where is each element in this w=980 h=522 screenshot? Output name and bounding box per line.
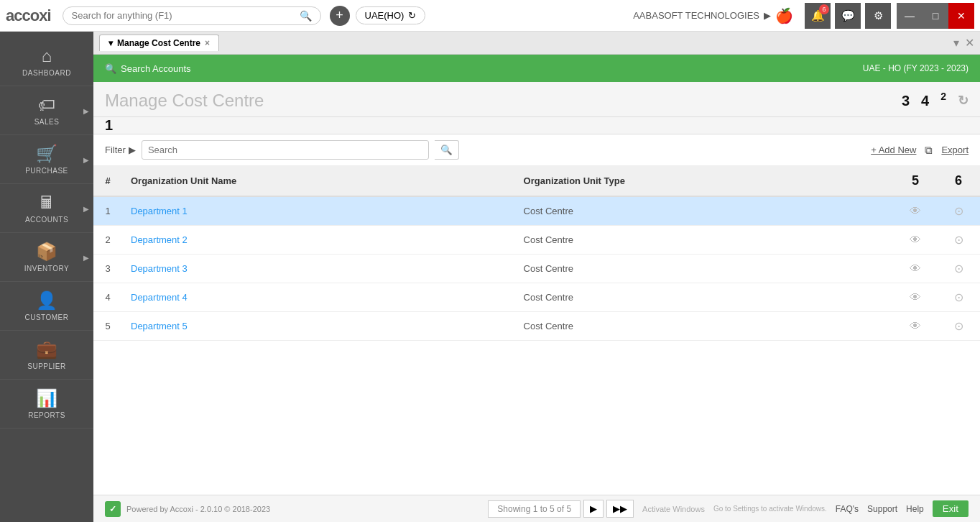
sidebar-item-inventory[interactable]: 📦 INVENTORY ▶ <box>0 233 93 282</box>
row-view-action[interactable]: 👁 <box>894 283 937 312</box>
row-more-action[interactable]: ⊙ <box>937 226 980 255</box>
app-logo: accoxi <box>6 6 51 25</box>
table-row[interactable]: 5 Department 5 Cost Centre 👁 ⊙ <box>93 312 980 341</box>
sidebar-item-accounts[interactable]: 🖩 ACCOUNTS ▶ <box>0 184 93 233</box>
footer-right: Showing 1 to 5 of 5 ▶ ▶▶ Activate Window… <box>488 500 969 518</box>
row-more-action[interactable]: ⊙ <box>937 255 980 283</box>
close-button[interactable]: ✕ <box>948 3 974 29</box>
table-row[interactable]: 3 Department 3 Cost Centre 👁 ⊙ <box>93 255 980 283</box>
sales-icon: 🏷 <box>38 95 55 115</box>
sidebar-label-accounts: ACCOUNTS <box>25 216 68 224</box>
row-more-action[interactable]: ⊙ <box>937 196 980 226</box>
add-button[interactable]: + <box>330 6 350 26</box>
row-more-action[interactable]: ⊙ <box>937 312 980 341</box>
tab-close-icon[interactable]: × <box>205 38 210 48</box>
company-name: AABASOFT TECHNOLOGIES ▶ 🍎 <box>633 7 793 24</box>
row-view-action[interactable]: 👁 <box>894 226 937 255</box>
row-org-name[interactable]: Department 2 <box>122 226 515 255</box>
row-view-action[interactable]: 👁 <box>894 312 937 341</box>
row-view-action[interactable]: 👁 <box>894 196 937 226</box>
purchase-icon: 🛒 <box>36 144 57 164</box>
footer-powered-by: Powered by Accoxi - 2.0.10 © 2018-2023 <box>126 505 270 513</box>
annotation-2: 2 <box>940 91 946 102</box>
faq-link[interactable]: FAQ's <box>836 504 859 514</box>
search-input[interactable] <box>72 10 300 21</box>
export-button[interactable]: Export <box>941 145 969 155</box>
export-label: Export <box>941 145 969 155</box>
row-more-action[interactable]: ⊙ <box>937 283 980 312</box>
pagination-next-button[interactable]: ▶ <box>583 500 604 518</box>
row-number: 3 <box>93 255 122 283</box>
chevron-right-icon: ▶ <box>83 155 89 163</box>
filter-button[interactable]: Filter ▶ <box>105 145 136 155</box>
branch-selector[interactable]: UAE(HO) ↻ <box>356 6 426 24</box>
sidebar-item-supplier[interactable]: 💼 SUPPLIER <box>0 331 93 380</box>
row-org-name[interactable]: Department 4 <box>122 283 515 312</box>
sidebar-label-customer: CUSTOMER <box>24 313 68 321</box>
accounts-icon: 🖩 <box>38 193 55 213</box>
sidebar-label-dashboard: DASHBOARD <box>22 69 71 77</box>
tab-manage-cost-centre[interactable]: ▾ Manage Cost Centre × <box>99 35 219 51</box>
annotation-3: 3 <box>902 93 910 109</box>
sidebar: ⌂ DASHBOARD 🏷 SALES ▶ 🛒 PURCHASE ▶ 🖩 ACC… <box>0 32 93 522</box>
pagination-last-button[interactable]: ▶▶ <box>606 500 634 518</box>
refresh-icon[interactable]: ↻ <box>408 10 416 21</box>
table-header-row: # Organization Unit Name Organization Un… <box>93 166 980 196</box>
chevron-right-icon: ▶ <box>83 106 89 114</box>
minimize-button[interactable]: — <box>897 3 923 29</box>
sidebar-label-sales: SALES <box>34 118 60 126</box>
col-hash-header: # <box>93 166 122 196</box>
table-row[interactable]: 2 Department 2 Cost Centre 👁 ⊙ <box>93 226 980 255</box>
settings-button[interactable]: ⚙ <box>865 3 891 29</box>
chevron-right-icon: ▶ <box>83 253 89 261</box>
tab-expand-icon[interactable]: ▾ <box>953 36 959 50</box>
maximize-button[interactable]: □ <box>923 3 948 29</box>
customer-icon: 👤 <box>36 290 57 311</box>
search-accounts-label: Search Accounts <box>121 63 191 74</box>
row-view-action[interactable]: 👁 <box>894 255 937 283</box>
col-org-type-header[interactable]: Organization Unit Type <box>515 166 894 196</box>
exit-button[interactable]: Exit <box>933 500 969 517</box>
row-org-name[interactable]: Department 5 <box>122 312 515 341</box>
table-row[interactable]: 1 Department 1 Cost Centre 👁 ⊙ <box>93 196 980 226</box>
sidebar-item-customer[interactable]: 👤 CUSTOMER <box>0 282 93 331</box>
sidebar-label-supplier: SUPPLIER <box>27 362 65 370</box>
top-icons: 🔔 6 💬 ⚙ <box>805 3 891 29</box>
chevron-right-icon: ▶ <box>83 204 89 212</box>
sidebar-item-purchase[interactable]: 🛒 PURCHASE ▶ <box>0 135 93 184</box>
search-icon: 🔍 <box>300 10 312 22</box>
help-link[interactable]: Help <box>906 504 924 514</box>
search-accounts-icon: 🔍 <box>105 63 116 74</box>
sidebar-label-inventory: INVENTORY <box>24 265 69 273</box>
row-org-type: Cost Centre <box>515 255 894 283</box>
row-number: 2 <box>93 226 122 255</box>
add-new-button[interactable]: + Add New <box>871 145 916 155</box>
page-header-numbers: 3 4 2 ↻ <box>902 93 969 109</box>
table-search-button[interactable]: 🔍 <box>435 140 459 160</box>
global-search-bar[interactable]: 🔍 <box>63 6 321 25</box>
table-search-input[interactable] <box>142 140 429 160</box>
notification-button[interactable]: 🔔 6 <box>805 3 831 29</box>
row-org-name[interactable]: Department 3 <box>122 255 515 283</box>
open-button[interactable]: ⧉ <box>925 144 933 157</box>
support-link[interactable]: Support <box>867 504 897 514</box>
message-button[interactable]: 💬 <box>835 3 861 29</box>
sidebar-item-dashboard[interactable]: ⌂ DASHBOARD <box>0 37 93 86</box>
footer-logo: ✓ <box>105 501 121 517</box>
tab-bar: ▾ Manage Cost Centre × ▾ ✕ <box>93 32 980 55</box>
search-accounts-button[interactable]: 🔍 Search Accounts <box>105 63 191 74</box>
watermark-text: Activate Windows <box>642 505 705 513</box>
table-row[interactable]: 4 Department 4 Cost Centre 👁 ⊙ <box>93 283 980 312</box>
annotation-5: 5 <box>912 173 919 188</box>
inventory-icon: 📦 <box>36 242 57 262</box>
tab-close-all-icon[interactable]: ✕ <box>965 36 974 50</box>
row-org-name[interactable]: Department 1 <box>122 196 515 226</box>
branch-text: UAE(HO) <box>365 10 405 21</box>
col-org-name-header[interactable]: Organization Unit Name <box>122 166 515 196</box>
refresh-page-icon[interactable]: ↻ <box>958 93 969 109</box>
pagination-text: Showing 1 to 5 of 5 <box>488 500 581 518</box>
activate-hint: Go to Settings to activate Windows. <box>713 505 827 513</box>
sidebar-item-sales[interactable]: 🏷 SALES ▶ <box>0 86 93 135</box>
row-number: 5 <box>93 312 122 341</box>
sidebar-item-reports[interactable]: 📊 REPORTS <box>0 380 93 429</box>
